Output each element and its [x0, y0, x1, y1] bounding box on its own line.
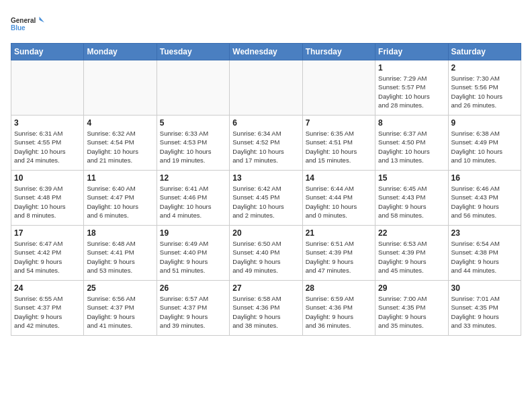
calendar-cell: 3Sunrise: 6:31 AM Sunset: 4:55 PM Daylig…	[11, 116, 84, 171]
day-number: 6	[232, 118, 299, 128]
day-info: Sunrise: 6:40 AM Sunset: 4:47 PM Dayligh…	[87, 184, 153, 220]
day-info: Sunrise: 6:31 AM Sunset: 4:55 PM Dayligh…	[14, 129, 81, 165]
calendar-cell: 24Sunrise: 6:55 AM Sunset: 4:37 PM Dayli…	[11, 281, 84, 336]
day-info: Sunrise: 6:33 AM Sunset: 4:53 PM Dayligh…	[160, 129, 226, 165]
day-number: 1	[378, 63, 445, 73]
calendar-cell	[157, 60, 229, 116]
day-info: Sunrise: 6:32 AM Sunset: 4:54 PM Dayligh…	[87, 129, 153, 165]
day-number: 30	[451, 283, 518, 293]
day-number: 7	[306, 118, 372, 128]
calendar-cell: 23Sunrise: 6:54 AM Sunset: 4:38 PM Dayli…	[448, 226, 521, 281]
day-number: 17	[14, 228, 81, 238]
calendar-cell: 10Sunrise: 6:39 AM Sunset: 4:48 PM Dayli…	[11, 171, 84, 226]
day-info: Sunrise: 6:35 AM Sunset: 4:51 PM Dayligh…	[306, 129, 372, 165]
day-info: Sunrise: 7:29 AM Sunset: 5:57 PM Dayligh…	[378, 74, 445, 109]
day-number: 27	[232, 283, 299, 293]
header: General Blue	[11, 11, 521, 38]
weekday-header-monday: Monday	[84, 44, 157, 60]
day-number: 23	[451, 228, 518, 238]
calendar-cell: 6Sunrise: 6:34 AM Sunset: 4:52 PM Daylig…	[230, 116, 302, 171]
day-info: Sunrise: 6:41 AM Sunset: 4:46 PM Dayligh…	[160, 184, 226, 220]
day-info: Sunrise: 7:00 AM Sunset: 4:35 PM Dayligh…	[378, 294, 445, 330]
day-info: Sunrise: 6:42 AM Sunset: 4:45 PM Dayligh…	[232, 184, 299, 220]
day-number: 20	[232, 228, 299, 238]
calendar-cell: 19Sunrise: 6:49 AM Sunset: 4:40 PM Dayli…	[157, 226, 229, 281]
calendar-cell: 26Sunrise: 6:57 AM Sunset: 4:37 PM Dayli…	[157, 281, 229, 336]
calendar-cell: 1Sunrise: 7:29 AM Sunset: 5:57 PM Daylig…	[375, 60, 448, 116]
day-number: 14	[306, 173, 372, 183]
day-info: Sunrise: 6:57 AM Sunset: 4:37 PM Dayligh…	[160, 294, 226, 330]
calendar-cell: 9Sunrise: 6:38 AM Sunset: 4:49 PM Daylig…	[448, 116, 521, 171]
calendar-cell: 13Sunrise: 6:42 AM Sunset: 4:45 PM Dayli…	[230, 171, 302, 226]
day-info: Sunrise: 6:34 AM Sunset: 4:52 PM Dayligh…	[232, 129, 299, 165]
weekday-header-sunday: Sunday	[11, 44, 84, 60]
day-info: Sunrise: 6:48 AM Sunset: 4:41 PM Dayligh…	[87, 239, 153, 275]
day-info: Sunrise: 6:49 AM Sunset: 4:40 PM Dayligh…	[160, 239, 226, 275]
day-info: Sunrise: 6:45 AM Sunset: 4:43 PM Dayligh…	[378, 184, 445, 220]
calendar-cell: 8Sunrise: 6:37 AM Sunset: 4:50 PM Daylig…	[375, 116, 448, 171]
calendar-cell: 29Sunrise: 7:00 AM Sunset: 4:35 PM Dayli…	[375, 281, 448, 336]
weekday-header-wednesday: Wednesday	[230, 44, 302, 60]
day-number: 2	[451, 63, 518, 73]
day-info: Sunrise: 6:51 AM Sunset: 4:39 PM Dayligh…	[306, 239, 372, 275]
day-number: 12	[160, 173, 226, 183]
calendar-cell: 7Sunrise: 6:35 AM Sunset: 4:51 PM Daylig…	[302, 116, 375, 171]
day-info: Sunrise: 6:44 AM Sunset: 4:44 PM Dayligh…	[306, 184, 372, 220]
svg-marker-2	[40, 17, 45, 23]
day-info: Sunrise: 6:37 AM Sunset: 4:50 PM Dayligh…	[378, 129, 445, 165]
day-info: Sunrise: 6:39 AM Sunset: 4:48 PM Dayligh…	[14, 184, 81, 220]
day-info: Sunrise: 6:55 AM Sunset: 4:37 PM Dayligh…	[14, 294, 81, 330]
calendar-cell: 18Sunrise: 6:48 AM Sunset: 4:41 PM Dayli…	[84, 226, 157, 281]
calendar-cell	[84, 60, 157, 116]
day-info: Sunrise: 6:53 AM Sunset: 4:39 PM Dayligh…	[378, 239, 445, 275]
calendar-cell: 5Sunrise: 6:33 AM Sunset: 4:53 PM Daylig…	[157, 116, 229, 171]
day-number: 5	[160, 118, 226, 128]
weekday-header-friday: Friday	[375, 44, 448, 60]
calendar-cell: 22Sunrise: 6:53 AM Sunset: 4:39 PM Dayli…	[375, 226, 448, 281]
weekday-header-tuesday: Tuesday	[157, 44, 229, 60]
calendar-cell	[302, 60, 375, 116]
day-info: Sunrise: 6:54 AM Sunset: 4:38 PM Dayligh…	[451, 239, 518, 275]
calendar-cell: 4Sunrise: 6:32 AM Sunset: 4:54 PM Daylig…	[84, 116, 157, 171]
day-number: 28	[306, 283, 372, 293]
calendar-cell	[11, 60, 84, 116]
calendar-cell	[230, 60, 302, 116]
day-number: 11	[87, 173, 153, 183]
day-info: Sunrise: 6:46 AM Sunset: 4:43 PM Dayligh…	[451, 184, 518, 220]
calendar-cell: 21Sunrise: 6:51 AM Sunset: 4:39 PM Dayli…	[302, 226, 375, 281]
day-number: 16	[451, 173, 518, 183]
day-number: 3	[14, 118, 81, 128]
day-info: Sunrise: 7:30 AM Sunset: 5:56 PM Dayligh…	[451, 74, 518, 109]
calendar-cell: 25Sunrise: 6:56 AM Sunset: 4:37 PM Dayli…	[84, 281, 157, 336]
calendar-cell: 30Sunrise: 7:01 AM Sunset: 4:35 PM Dayli…	[448, 281, 521, 336]
day-number: 25	[87, 283, 153, 293]
calendar-cell: 27Sunrise: 6:58 AM Sunset: 4:36 PM Dayli…	[230, 281, 302, 336]
weekday-header-saturday: Saturday	[448, 44, 521, 60]
logo: General Blue	[11, 11, 44, 38]
day-number: 9	[451, 118, 518, 128]
svg-text:Blue: Blue	[11, 24, 26, 32]
day-number: 29	[378, 283, 445, 293]
svg-text:General: General	[11, 17, 36, 24]
day-info: Sunrise: 6:50 AM Sunset: 4:40 PM Dayligh…	[232, 239, 299, 275]
day-number: 24	[14, 283, 81, 293]
calendar-cell: 2Sunrise: 7:30 AM Sunset: 5:56 PM Daylig…	[448, 60, 521, 116]
day-number: 26	[160, 283, 226, 293]
day-info: Sunrise: 7:01 AM Sunset: 4:35 PM Dayligh…	[451, 294, 518, 330]
day-number: 18	[87, 228, 153, 238]
day-number: 22	[378, 228, 445, 238]
day-info: Sunrise: 6:56 AM Sunset: 4:37 PM Dayligh…	[87, 294, 153, 330]
calendar-cell: 15Sunrise: 6:45 AM Sunset: 4:43 PM Dayli…	[375, 171, 448, 226]
day-number: 13	[232, 173, 299, 183]
calendar-cell: 14Sunrise: 6:44 AM Sunset: 4:44 PM Dayli…	[302, 171, 375, 226]
calendar-cell: 16Sunrise: 6:46 AM Sunset: 4:43 PM Dayli…	[448, 171, 521, 226]
calendar-cell: 20Sunrise: 6:50 AM Sunset: 4:40 PM Dayli…	[230, 226, 302, 281]
day-number: 10	[14, 173, 81, 183]
day-number: 15	[378, 173, 445, 183]
calendar: SundayMondayTuesdayWednesdayThursdayFrid…	[11, 43, 521, 336]
day-number: 21	[306, 228, 372, 238]
day-number: 19	[160, 228, 226, 238]
calendar-cell: 11Sunrise: 6:40 AM Sunset: 4:47 PM Dayli…	[84, 171, 157, 226]
day-info: Sunrise: 6:47 AM Sunset: 4:42 PM Dayligh…	[14, 239, 81, 275]
day-info: Sunrise: 6:59 AM Sunset: 4:36 PM Dayligh…	[306, 294, 372, 330]
